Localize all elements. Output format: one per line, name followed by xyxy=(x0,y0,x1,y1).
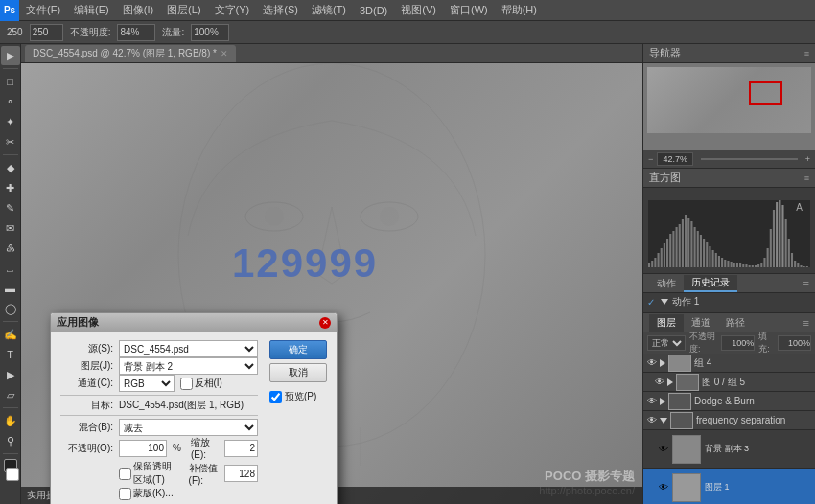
brush-size-input[interactable] xyxy=(30,24,63,41)
histogram-title: 直方图 xyxy=(649,171,681,185)
tab-actions[interactable]: 动作 xyxy=(649,275,684,292)
channel-select[interactable]: RGB xyxy=(119,375,175,392)
menu-select[interactable]: 选择(S) xyxy=(256,0,305,20)
menu-edit[interactable]: 编辑(E) xyxy=(67,0,116,20)
app-icon: Ps xyxy=(0,0,19,21)
tool-brush[interactable]: ✎ xyxy=(1,198,20,218)
history-content[interactable]: ✓ 动作 1 ✓ 拍片 ✓ schaff ✓ autoskin xyxy=(643,293,815,312)
tool-dodge[interactable]: ◯ xyxy=(1,299,20,318)
dialog-close-button[interactable]: ✕ xyxy=(319,317,331,329)
menu-help[interactable]: 帮助(H) xyxy=(495,0,544,20)
opacity-unit: % xyxy=(173,443,181,453)
tool-lasso[interactable]: ⚬ xyxy=(1,92,20,111)
tool-eyedropper[interactable]: ◆ xyxy=(1,158,20,177)
blend-mode-select[interactable]: 正常 xyxy=(647,335,686,351)
svg-rect-52 xyxy=(791,253,793,267)
layers-content[interactable]: 👁 组 4 👁 图 0 / 组 5 👁 Dodge & xyxy=(643,354,815,504)
layer-dodge-burn[interactable]: 👁 Dodge & Burn xyxy=(643,392,815,411)
layer-opacity-input[interactable] xyxy=(721,335,755,351)
menu-file[interactable]: 文件(F) xyxy=(19,0,67,20)
eye-icon-l1[interactable]: 👁 xyxy=(659,482,668,493)
layer-group-5[interactable]: 👁 图 0 / 组 5 xyxy=(643,373,815,392)
menu-window[interactable]: 窗口(W) xyxy=(443,0,495,20)
eye-icon-g5[interactable]: 👁 xyxy=(655,377,664,387)
canvas-tab[interactable]: DSC_4554.psd @ 42.7% (图层 1, RGB/8) * ✕ xyxy=(25,45,236,62)
eye-icon-g4[interactable]: 👁 xyxy=(647,357,657,368)
expand-db xyxy=(660,398,665,405)
navigator-expand[interactable]: ≡ xyxy=(804,49,809,58)
eye-icon-bc3[interactable]: 👁 xyxy=(659,444,668,454)
menu-text[interactable]: 文字(Y) xyxy=(208,0,257,20)
tool-stamp[interactable]: ✉ xyxy=(1,218,20,238)
layers-options: 正常 不透明度: 填充: xyxy=(643,332,815,354)
preserve-checkbox[interactable] xyxy=(119,468,131,480)
layer-select[interactable]: 背景 副本 2 xyxy=(119,357,258,375)
tool-pen[interactable]: ✍ xyxy=(1,325,20,344)
scale-field[interactable] xyxy=(224,440,258,457)
tool-bg-color[interactable] xyxy=(6,468,19,481)
histogram-menu[interactable]: ≡ xyxy=(804,173,809,183)
check-icon-0: ✓ xyxy=(647,297,655,308)
tool-text[interactable]: T xyxy=(1,345,20,364)
menu-image[interactable]: 图像(I) xyxy=(116,0,160,20)
tool-shape[interactable]: ▱ xyxy=(1,385,20,404)
layer-bg-copy3[interactable]: 👁 背景 副本 3 xyxy=(643,430,815,469)
main-layout: ▶ □ ⚬ ✦ ✂ ◆ ✚ ✎ ✉ ♷ ⎵ ▬ ◯ ✍ T ▶ ▱ ✋ ⚲ DS… xyxy=(0,44,815,504)
tool-marquee[interactable]: □ xyxy=(1,72,20,91)
tool-eraser[interactable]: ⎵ xyxy=(1,259,20,278)
tool-move[interactable]: ▶ xyxy=(1,46,20,65)
history-tabs: 动作 历史记录 xyxy=(649,275,737,292)
history-menu[interactable]: ≡ xyxy=(803,278,809,289)
cancel-button[interactable]: 取消 xyxy=(269,363,327,382)
opacity-input[interactable]: 84% xyxy=(117,24,155,41)
layers-menu[interactable]: ≡ xyxy=(803,317,809,329)
tool-path-select[interactable]: ▶ xyxy=(1,365,20,384)
tab-history[interactable]: 历史记录 xyxy=(684,275,737,292)
tool-history-brush[interactable]: ♷ xyxy=(1,239,20,258)
menu-layer[interactable]: 图层(L) xyxy=(160,0,207,20)
layer-1[interactable]: 👁 图层 1 xyxy=(643,469,815,504)
svg-rect-13 xyxy=(672,231,674,267)
canvas-tab-close[interactable]: ✕ xyxy=(221,49,228,58)
history-item-0[interactable]: ✓ 动作 1 xyxy=(643,293,815,310)
offset-field[interactable] xyxy=(224,465,258,482)
zoom-out-icon[interactable]: − xyxy=(648,154,653,164)
svg-rect-32 xyxy=(731,262,733,267)
layer-group-4[interactable]: 👁 组 4 xyxy=(643,354,815,373)
flow-label: 流量: xyxy=(159,26,187,39)
svg-rect-23 xyxy=(703,239,705,267)
tab-layers[interactable]: 图层 xyxy=(649,314,684,332)
menu-filter[interactable]: 滤镜(T) xyxy=(305,0,353,20)
tool-hand[interactable]: ✋ xyxy=(1,411,20,430)
mask-checkbox[interactable] xyxy=(119,488,131,500)
opacity-field[interactable] xyxy=(119,440,167,457)
menu-3d[interactable]: 3D(D) xyxy=(353,0,394,20)
eye-icon-fs[interactable]: 👁 xyxy=(647,415,657,425)
navigator-content[interactable] xyxy=(643,63,815,150)
invert-checkbox[interactable] xyxy=(180,378,193,390)
svg-rect-44 xyxy=(767,248,769,267)
canvas-content[interactable]: 129999 POCO 摄影专题 http://photo.poco.cn/ 应… xyxy=(21,63,642,504)
tool-zoom[interactable]: ⚲ xyxy=(1,431,20,450)
group-name-fs: frequency separation xyxy=(696,415,785,425)
flow-input[interactable]: 100% xyxy=(191,24,229,41)
zoom-in-icon[interactable]: + xyxy=(805,154,810,164)
tool-gradient[interactable]: ▬ xyxy=(1,279,20,298)
tool-heal[interactable]: ✚ xyxy=(1,178,20,197)
svg-rect-47 xyxy=(776,202,778,267)
menu-view[interactable]: 视图(V) xyxy=(394,0,443,20)
tab-channels[interactable]: 通道 xyxy=(684,314,718,332)
layer-freq-sep[interactable]: 👁 frequency separation xyxy=(643,411,815,430)
preview-checkbox[interactable] xyxy=(269,391,282,403)
ok-button[interactable]: 确定 xyxy=(269,340,327,359)
eye-icon-db[interactable]: 👁 xyxy=(647,396,657,406)
source-select[interactable]: DSC_4554.psd xyxy=(119,340,258,357)
tool-crop[interactable]: ✂ xyxy=(1,132,20,151)
blending-select[interactable]: 减去 xyxy=(119,419,258,436)
preserve-label: 保留透明区域(T) xyxy=(133,460,177,487)
tool-quick-select[interactable]: ✦ xyxy=(1,112,20,131)
zoom-input[interactable]: 42.7% xyxy=(657,152,693,166)
layer-fill-input[interactable] xyxy=(778,335,811,351)
svg-rect-54 xyxy=(797,263,799,267)
tab-paths[interactable]: 路径 xyxy=(718,314,753,332)
